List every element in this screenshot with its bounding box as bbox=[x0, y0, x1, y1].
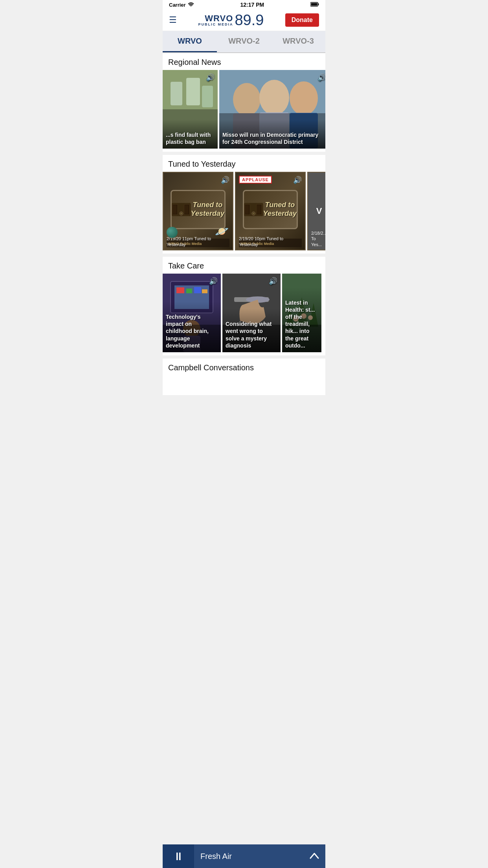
player-spacer bbox=[163, 395, 325, 419]
wifi-icon bbox=[188, 2, 194, 8]
donate-button[interactable]: Donate bbox=[285, 13, 319, 27]
logo-public-media: PUBLIC MEDIA bbox=[198, 23, 233, 26]
svg-rect-62 bbox=[202, 289, 207, 293]
tab-wrvo3[interactable]: WRVO-3 bbox=[271, 31, 325, 52]
tc-overlay-3: Latest in Health: st... off the treadmil… bbox=[282, 287, 321, 352]
tty-card-2-inner: Tuned toYesterday WRVO Public Media 2/19… bbox=[235, 172, 306, 250]
status-right bbox=[310, 2, 319, 8]
divider-2 bbox=[163, 254, 325, 257]
regional-news-section: Regional News 🔊 ...s find fault with pla… bbox=[163, 53, 325, 152]
card-overlay-2: Misso will run in Democratic primary for… bbox=[219, 120, 325, 149]
status-bar: Carrier 12:17 PM bbox=[163, 0, 325, 9]
tty-audio-icon-2: 🔊 bbox=[293, 176, 302, 184]
take-care-row: 🔊 Technology's impact on childhood brain… bbox=[163, 274, 325, 355]
carrier-label: Carrier bbox=[169, 2, 186, 8]
svg-rect-3 bbox=[311, 3, 317, 6]
tuned-to-yesterday-section: Tuned to Yesterday bbox=[163, 155, 325, 254]
card-title-2: Misso will run in Democratic primary for… bbox=[222, 131, 325, 145]
tc-overlay-1: Technology's impact on childhood brain, … bbox=[163, 302, 221, 352]
take-care-header: Take Care bbox=[163, 257, 325, 274]
tab-wrvo2[interactable]: WRVO-2 bbox=[217, 31, 271, 52]
svg-rect-6 bbox=[186, 78, 200, 105]
card-title-1: ...s find fault with plastic bag ban bbox=[166, 131, 215, 145]
tc-title-3: Latest in Health: st... off the treadmil… bbox=[285, 299, 318, 349]
tc-overlay-2: Considering what went wrong to solve a m… bbox=[222, 309, 281, 352]
svg-point-14 bbox=[290, 81, 318, 115]
divider-3 bbox=[163, 355, 325, 359]
tty-subtitle-3: 2/18/2... To Yes... bbox=[311, 230, 325, 247]
campbell-conversations-section: Campbell Conversations bbox=[163, 359, 325, 395]
tty-title-2: Tuned toYesterday bbox=[263, 201, 297, 218]
svg-point-0 bbox=[191, 6, 191, 7]
audio-icon-1: 🔊 bbox=[206, 73, 215, 82]
applause-badge: APPLAUSE bbox=[239, 176, 272, 184]
news-card-plastic-bag[interactable]: 🔊 ...s find fault with plastic bag ban bbox=[163, 70, 218, 149]
tty-partial-text: V bbox=[313, 203, 325, 219]
regional-news-row: 🔊 ...s find fault with plastic bag ban bbox=[163, 70, 325, 152]
radio-svg-2 bbox=[244, 192, 263, 227]
tty-card-3[interactable]: V 2/18/2... To Yes... bbox=[307, 172, 325, 250]
status-left: Carrier bbox=[169, 2, 194, 8]
news-card-misso[interactable]: 🔊 Misso will run in Democratic primary f… bbox=[219, 70, 325, 149]
planet-decoration-1: 🪐 bbox=[215, 225, 229, 238]
tc-audio-icon-1: 🔊 bbox=[209, 277, 218, 285]
tty-title-1: Tuned toYesterday bbox=[191, 201, 224, 218]
regional-news-header: Regional News bbox=[163, 53, 325, 70]
station-tabs: WRVO WRVO-2 WRVO-3 bbox=[163, 31, 325, 53]
svg-rect-7 bbox=[202, 86, 213, 107]
svg-point-10 bbox=[233, 83, 261, 116]
tty-card-1[interactable]: Tuned toYesterday WRVO Public Media 2/19… bbox=[163, 172, 233, 250]
orb-decoration-1 bbox=[167, 227, 178, 238]
svg-point-40 bbox=[180, 213, 182, 214]
tuned-to-yesterday-header: Tuned to Yesterday bbox=[163, 155, 325, 172]
take-care-section: Take Care bbox=[163, 257, 325, 355]
radio-graphic-2: Tuned toYesterday bbox=[243, 190, 298, 229]
take-care-card-2[interactable]: 🔊 Considering what went wrong to solve a… bbox=[222, 274, 281, 352]
logo-container: WRVO PUBLIC MEDIA 89.9 bbox=[177, 13, 285, 28]
tty-card-1-inner: Tuned toYesterday WRVO Public Media 2/19… bbox=[163, 172, 233, 250]
tuned-to-yesterday-row: Tuned toYesterday WRVO Public Media 2/19… bbox=[163, 172, 325, 254]
take-care-card-1[interactable]: 🔊 Technology's impact on childhood brain… bbox=[163, 274, 221, 352]
card-overlay-1: ...s find fault with plastic bag ban bbox=[163, 120, 218, 149]
take-care-card-3[interactable]: Latest in Health: st... off the treadmil… bbox=[282, 274, 321, 352]
svg-rect-2 bbox=[318, 3, 319, 5]
tab-wrvo[interactable]: WRVO bbox=[163, 31, 217, 52]
svg-rect-60 bbox=[186, 289, 192, 293]
status-time: 12:17 PM bbox=[240, 2, 264, 8]
radio-graphic-1: Tuned toYesterday bbox=[171, 190, 226, 229]
tty-subtitle-2: 2/19/20 10pm Tuned to Yesterday bbox=[239, 236, 302, 247]
tc-audio-icon-2: 🔊 bbox=[269, 277, 277, 285]
radio-svg-1 bbox=[172, 192, 191, 227]
tty-card-2[interactable]: Tuned toYesterday WRVO Public Media 2/19… bbox=[235, 172, 306, 250]
tty-audio-icon-1: 🔊 bbox=[221, 176, 229, 184]
app-header: ☰ WRVO PUBLIC MEDIA 89.9 Donate bbox=[163, 9, 325, 31]
campbell-conversations-header: Campbell Conversations bbox=[168, 363, 320, 392]
tc-title-1: Technology's impact on childhood brain, … bbox=[166, 313, 218, 349]
tty-card-3-inner: V 2/18/2... To Yes... bbox=[307, 172, 325, 250]
svg-rect-5 bbox=[171, 82, 182, 105]
svg-point-55 bbox=[253, 213, 254, 214]
menu-button[interactable]: ☰ bbox=[169, 16, 177, 24]
audio-icon-2: 🔊 bbox=[317, 73, 325, 82]
tc-title-2: Considering what went wrong to solve a m… bbox=[226, 320, 277, 349]
svg-rect-61 bbox=[194, 287, 201, 293]
divider-1 bbox=[163, 152, 325, 155]
battery-icon bbox=[310, 2, 319, 8]
logo-frequency: 89.9 bbox=[235, 13, 264, 28]
logo-wrvo: WRVO bbox=[205, 14, 233, 23]
svg-point-12 bbox=[259, 80, 289, 115]
svg-rect-59 bbox=[176, 287, 184, 293]
